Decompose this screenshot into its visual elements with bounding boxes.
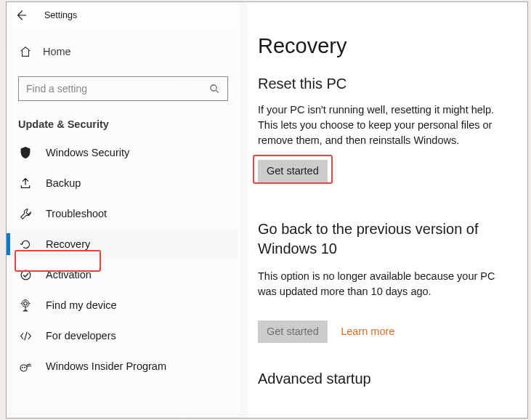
- search-box[interactable]: [18, 76, 228, 101]
- nav-item-find-my-device[interactable]: Find my device: [7, 290, 238, 320]
- nav-item-label: Find my device: [46, 299, 117, 311]
- recovery-icon: [18, 238, 33, 251]
- nav-item-label: Windows Insider Program: [46, 360, 166, 372]
- nav-item-windows-insider[interactable]: Windows Insider Program: [7, 351, 238, 381]
- nav-item-label: Backup: [46, 177, 81, 189]
- svg-point-3: [24, 302, 28, 305]
- nav-item-recovery[interactable]: Recovery: [7, 229, 238, 259]
- goback-get-started-button: Get started: [258, 320, 328, 343]
- learn-more-link[interactable]: Learn more: [341, 326, 394, 337]
- backup-icon: [18, 177, 33, 190]
- activation-icon: [18, 269, 33, 281]
- section-reset-title: Reset this PC: [258, 76, 527, 92]
- nav-item-label: Activation: [46, 269, 92, 280]
- insider-icon: [18, 360, 33, 373]
- svg-point-2: [21, 270, 31, 280]
- home-icon: [18, 45, 33, 58]
- svg-point-4: [22, 300, 29, 307]
- location-icon: [18, 299, 33, 312]
- section-goback-body: This option is no longer available becau…: [258, 269, 513, 299]
- section-goback-title: Go back to the previous version of Windo…: [258, 219, 506, 259]
- nav-item-label: For developers: [46, 330, 116, 342]
- nav-item-label: Windows Security: [46, 147, 129, 158]
- settings-window: Settings Home Update & Security Windows …: [6, 1, 528, 419]
- nav-item-windows-security[interactable]: Windows Security: [7, 137, 238, 168]
- back-button[interactable]: [9, 4, 33, 27]
- section-header: Update & Security: [18, 118, 238, 130]
- nav-home[interactable]: Home: [7, 37, 238, 66]
- section-advanced-title: Advanced startup: [258, 371, 527, 387]
- svg-point-7: [24, 367, 25, 368]
- search-icon: [207, 84, 222, 94]
- nav-home-label: Home: [43, 46, 71, 57]
- left-pane: Settings Home Update & Security Windows …: [7, 2, 239, 418]
- nav-item-troubleshoot[interactable]: Troubleshoot: [7, 198, 238, 229]
- nav-item-label: Troubleshoot: [46, 208, 107, 219]
- svg-point-5: [20, 365, 27, 371]
- shield-icon: [18, 146, 33, 159]
- right-pane: Recovery Reset this PC If your PC isn't …: [248, 2, 527, 418]
- window-title: Settings: [44, 10, 77, 20]
- wrench-icon: [18, 208, 33, 220]
- nav-item-for-developers[interactable]: For developers: [7, 320, 238, 351]
- nav-item-backup[interactable]: Backup: [7, 168, 238, 198]
- section-reset-body: If your PC isn't running well, resetting…: [258, 102, 513, 148]
- nav-item-label: Recovery: [46, 238, 90, 250]
- svg-point-1: [210, 84, 216, 90]
- page-title: Recovery: [258, 34, 527, 58]
- reset-get-started-button[interactable]: Get started: [258, 160, 328, 182]
- nav-item-activation[interactable]: Activation: [7, 259, 238, 290]
- search-input[interactable]: [26, 83, 207, 94]
- svg-point-6: [22, 367, 23, 368]
- developers-icon: [18, 330, 33, 342]
- titlebar: Settings: [7, 2, 238, 28]
